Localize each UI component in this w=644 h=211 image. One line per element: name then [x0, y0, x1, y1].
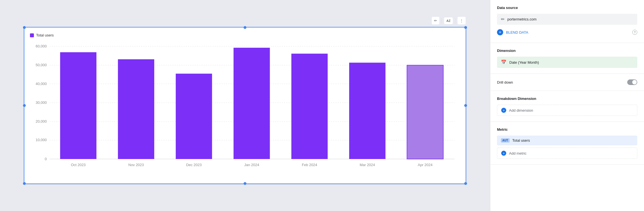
svg-text:45,470: 45,470 — [188, 68, 200, 73]
sort-button[interactable]: AZ — [444, 17, 453, 24]
bar-oct-2023[interactable] — [60, 52, 97, 159]
metric-name: Total users — [512, 138, 530, 143]
legend-label: Total users — [36, 33, 54, 37]
right-panel: Data source ✏ portermetrics.com + BLEND … — [490, 0, 644, 211]
drill-down-label: Drill down — [497, 80, 513, 84]
svg-text:Oct 2023: Oct 2023 — [71, 163, 86, 167]
bar-apr-2024[interactable] — [407, 65, 443, 159]
legend-color-swatch — [30, 33, 34, 37]
svg-text:Mar 2024: Mar 2024 — [360, 163, 375, 167]
svg-text:Feb 2024: Feb 2024 — [302, 163, 317, 167]
svg-text:20,000: 20,000 — [36, 119, 47, 123]
resize-handle-top-right[interactable] — [464, 26, 467, 29]
sort-icon: AZ — [446, 19, 451, 22]
bar-chart-svg: 60,000 50,000 40,000 30,000 20,000 10,00… — [30, 41, 460, 176]
dimension-label: Date (Year Month) — [509, 60, 539, 65]
svg-text:Jan 2024: Jan 2024 — [244, 163, 259, 167]
more-icon: ⋮ — [460, 19, 463, 23]
drill-down-section: Drill down — [490, 74, 644, 91]
aut-badge: AUT — [501, 138, 510, 143]
svg-text:Apr 2024: Apr 2024 — [418, 163, 433, 167]
add-dimension-button[interactable]: + Add dimension — [497, 105, 637, 116]
question-mark: ? — [634, 31, 636, 34]
toolbar-divider — [442, 18, 442, 24]
metric-title: Metric — [497, 127, 637, 132]
metric-section: Metric AUT Total users + Add metric — [490, 122, 644, 165]
help-icon[interactable]: ? — [632, 30, 637, 35]
resize-handle-bottom-center[interactable] — [244, 182, 246, 185]
bar-feb-2024[interactable] — [291, 54, 328, 159]
svg-text:0: 0 — [45, 157, 47, 161]
blend-data-row: + BLEND DATA ? — [497, 27, 637, 37]
svg-text:60,000: 60,000 — [36, 44, 47, 48]
calendar-icon: 📅 — [501, 59, 507, 65]
svg-text:56,039: 56,039 — [304, 49, 315, 53]
resize-handle-top-left[interactable] — [23, 26, 26, 29]
resize-handle-bottom-left[interactable] — [23, 182, 26, 185]
toolbar-divider-2 — [455, 18, 455, 24]
data-source-name: portermetrics.com — [507, 17, 633, 21]
blend-data-label[interactable]: BLEND DATA — [506, 30, 528, 35]
svg-text:40,000: 40,000 — [36, 82, 47, 86]
svg-text:30,000: 30,000 — [36, 100, 47, 105]
metric-item[interactable]: AUT Total users — [497, 136, 637, 145]
svg-text:Nov 2023: Nov 2023 — [128, 163, 144, 167]
drill-down-toggle[interactable] — [627, 79, 637, 85]
add-metric-plus-icon: + — [501, 151, 506, 156]
svg-text:53,043: 53,043 — [130, 54, 142, 58]
resize-handle-mid-right[interactable] — [464, 104, 467, 107]
data-source-section: Data source ✏ portermetrics.com + BLEND … — [490, 0, 644, 43]
edit-button[interactable]: ✏ — [432, 17, 439, 24]
svg-text:50,000: 50,000 — [36, 63, 47, 67]
pencil-icon: ✏ — [501, 17, 505, 22]
bar-dec-2023[interactable] — [176, 74, 212, 159]
add-metric-button[interactable]: + Add metric — [497, 148, 637, 159]
svg-text:59,244: 59,244 — [246, 43, 257, 47]
add-dimension-label: Add dimension — [509, 108, 533, 113]
bar-nov-2023[interactable] — [118, 59, 154, 159]
add-metric-label: Add metric — [509, 151, 526, 155]
svg-text:49,902: 49,902 — [420, 60, 431, 64]
breakdown-section: Breakdown Dimension + Add dimension — [490, 91, 644, 122]
svg-text:Dec 2023: Dec 2023 — [186, 163, 202, 167]
drill-down-row: Drill down — [497, 79, 637, 85]
pencil-icon: ✏ — [434, 19, 437, 23]
dimension-section: Dimension 📅 Date (Year Month) — [490, 43, 644, 74]
chart-toolbar: ✏ AZ ⋮ — [432, 17, 466, 24]
chart-svg-wrapper: 60,000 50,000 40,000 30,000 20,000 10,00… — [30, 41, 460, 176]
resize-handle-bottom-right[interactable] — [464, 182, 467, 185]
bar-mar-2024[interactable] — [349, 63, 386, 159]
data-source-row[interactable]: ✏ portermetrics.com — [497, 14, 637, 25]
resize-handle-mid-left[interactable] — [23, 104, 26, 107]
svg-text:10,000: 10,000 — [36, 138, 47, 142]
svg-text:51,317: 51,317 — [362, 58, 373, 62]
dimension-item[interactable]: 📅 Date (Year Month) — [497, 57, 637, 68]
blend-data-plus-button[interactable]: + — [497, 29, 503, 35]
chart-container[interactable]: ✏ AZ ⋮ Total users 6 — [24, 27, 466, 184]
svg-text:56,808: 56,808 — [73, 47, 84, 51]
bar-jan-2024[interactable] — [234, 48, 270, 159]
breakdown-title: Breakdown Dimension — [497, 97, 637, 101]
chart-area: ✏ AZ ⋮ Total users 6 — [0, 0, 490, 211]
data-source-title: Data source — [497, 6, 637, 10]
chart-legend: Total users — [30, 33, 460, 37]
dimension-title: Dimension — [497, 49, 637, 53]
add-dimension-plus-icon: + — [501, 108, 506, 113]
resize-handle-top-center[interactable] — [244, 26, 246, 29]
more-options-button[interactable]: ⋮ — [458, 17, 466, 24]
